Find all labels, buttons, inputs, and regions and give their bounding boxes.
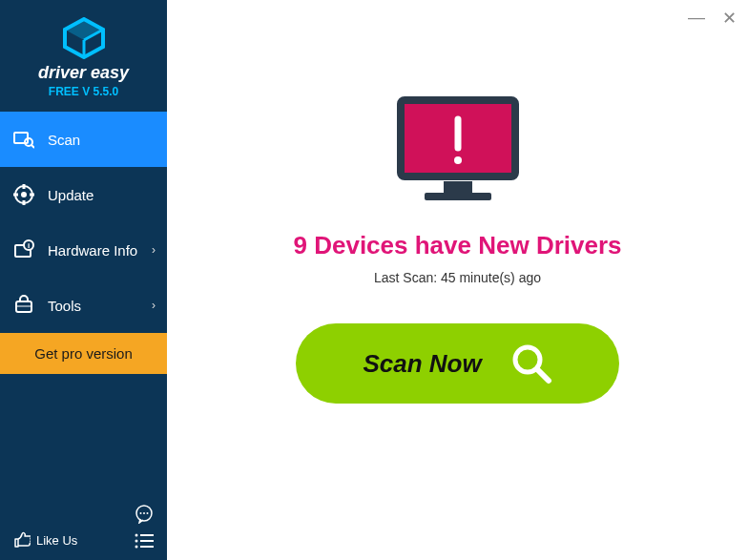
nav-label: Tools: [48, 298, 81, 314]
nav-label: Scan: [48, 132, 80, 148]
search-icon: [510, 342, 552, 384]
scan-icon: [13, 129, 34, 150]
chevron-right-icon: ›: [152, 299, 156, 312]
hardware-icon: i: [13, 239, 34, 260]
svg-rect-11: [13, 194, 18, 197]
svg-line-35: [537, 369, 549, 381]
svg-point-24: [135, 546, 138, 549]
nav-item-hardware[interactable]: i Hardware Info ›: [0, 222, 167, 278]
svg-rect-10: [23, 200, 26, 205]
chevron-right-icon: ›: [152, 243, 156, 257]
svg-point-33: [454, 156, 462, 164]
bottom-bar: Like Us: [0, 495, 167, 560]
svg-point-22: [135, 534, 138, 537]
brand-name: driver easy: [0, 63, 167, 83]
minimize-button[interactable]: —: [688, 8, 705, 29]
nav-item-scan[interactable]: Scan: [0, 112, 167, 167]
scan-button-label: Scan Now: [363, 349, 481, 379]
like-us-label: Like Us: [36, 533, 77, 548]
like-us-button[interactable]: Like Us: [13, 531, 77, 549]
main-content: — ✕ 9 Devices have New Drivers Last Scan…: [167, 0, 748, 560]
nav-label: Update: [48, 187, 94, 203]
monitor-illustration: [391, 95, 525, 214]
svg-rect-31: [425, 193, 491, 200]
svg-marker-1: [65, 19, 103, 40]
svg-point-21: [147, 512, 149, 514]
logo-icon: [61, 17, 107, 59]
get-pro-button[interactable]: Get pro version: [0, 333, 167, 374]
sidebar: driver easy FREE V 5.5.0 Scan Update i H…: [0, 0, 167, 560]
svg-rect-30: [444, 181, 472, 193]
menu-icon[interactable]: [135, 533, 154, 549]
scan-now-button[interactable]: Scan Now: [296, 323, 618, 404]
nav-label: Hardware Info: [48, 242, 137, 259]
last-scan-text: Last Scan: 45 minute(s) ago: [374, 270, 541, 285]
tools-icon: [13, 295, 34, 316]
nav-list: Scan Update i Hardware Info › Tools › Ge…: [0, 112, 167, 495]
update-icon: [13, 184, 34, 205]
nav-item-update[interactable]: Update: [0, 167, 167, 222]
svg-rect-12: [30, 194, 34, 197]
svg-point-20: [143, 512, 145, 514]
logo-area: driver easy FREE V 5.5.0: [0, 0, 167, 112]
close-button[interactable]: ✕: [722, 8, 737, 29]
svg-point-19: [140, 512, 142, 514]
svg-text:i: i: [28, 241, 30, 250]
pro-label: Get pro version: [34, 345, 133, 362]
svg-point-23: [135, 540, 138, 543]
thumbs-up-icon: [13, 531, 31, 549]
svg-point-8: [21, 192, 27, 197]
feedback-icon[interactable]: [135, 505, 154, 524]
bottom-icons: [135, 505, 154, 549]
svg-rect-9: [23, 184, 26, 189]
window-controls: — ✕: [688, 8, 737, 29]
headline-text: 9 Devices have New Drivers: [294, 231, 622, 260]
svg-line-6: [31, 145, 34, 148]
nav-item-tools[interactable]: Tools ›: [0, 278, 167, 333]
version-label: FREE V 5.5.0: [0, 85, 167, 98]
